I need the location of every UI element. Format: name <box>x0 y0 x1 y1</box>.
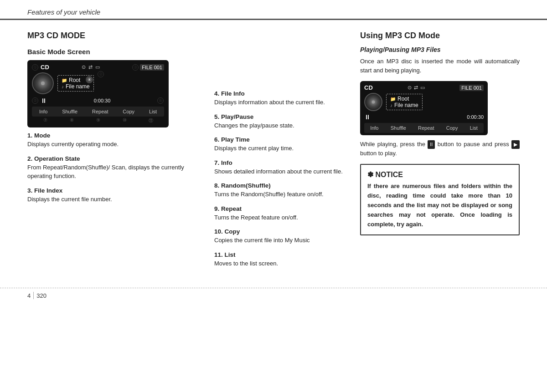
cd-time-sm: 0:00:30 <box>467 114 484 120</box>
mid-title-9: 9. Repeat <box>214 205 346 212</box>
page-header: Features of your vehicle <box>0 0 547 20</box>
mid-desc-5: Changes the play/pause state. <box>214 121 346 130</box>
cd-player-main: ① CD ⊙ ⇄ ▭ ③ FILE 001 📁 <box>27 60 169 127</box>
label-8: ⑧ <box>58 117 85 124</box>
info-title-3: 3. File Index <box>27 187 201 194</box>
cd-file-label-sm: FILE 001 <box>459 85 484 91</box>
mid-item-4: 4. File Info Displays information about … <box>214 90 346 107</box>
cd-main-area-sm: 📁 Root ♪ File name <box>364 93 484 111</box>
cd-icon-sm-1: ⊙ <box>408 85 412 91</box>
mid-desc-8: Turns the Random(Shuffle) feature on/off… <box>214 190 346 199</box>
cd-controls-sm: Info Shuffle Repeat Copy List <box>364 123 484 133</box>
footer-divider <box>33 292 34 299</box>
pause-text-1: While playing, press the <box>360 141 425 148</box>
page-footer: 4 320 <box>0 288 547 303</box>
play-inline-btn: ▶ <box>511 140 520 149</box>
cd-file-line: ♪ File name <box>62 83 90 90</box>
cd-mode-label: CD <box>41 64 49 71</box>
mid-item-10: 10. Copy Copies the current file into My… <box>214 228 346 245</box>
cd-controls: Info Shuffle Repeat Copy List <box>32 107 164 117</box>
mid-desc-9: Turns the Repeat feature on/off. <box>214 213 346 222</box>
note-icon: ♪ <box>62 84 64 89</box>
badge-5: ⑤ <box>32 97 38 104</box>
cd-file-label: FILE 001 <box>140 64 164 71</box>
cd-folder-name: Root <box>69 77 80 83</box>
cd-filename-sm: File name <box>394 102 418 108</box>
mp3-section-title: MP3 CD MODE <box>27 31 201 41</box>
mid-item-7: 7. Info Shows detailed information about… <box>214 159 346 176</box>
cd-folder-name-sm: Root <box>397 96 409 102</box>
main-content: MP3 CD MODE Basic Mode Screen ① CD ⊙ ⇄ ▭… <box>0 31 547 274</box>
mid-desc-4: Displays information about the current f… <box>214 98 346 107</box>
playing-subtitle: Playing/Pausing MP3 Files <box>360 46 520 53</box>
pause-text-3: button to play. <box>360 150 397 157</box>
cd-ctrl-labels: ⑦ ⑧ ⑨ ⑩ ⑪ <box>32 117 164 125</box>
mid-title-6: 6. Play Time <box>214 136 346 143</box>
cd-mode-sm: CD <box>364 84 373 91</box>
info-desc-3: Displays the current file number. <box>27 195 201 204</box>
cd-btn-copy[interactable]: Copy <box>121 108 136 115</box>
cd-btn-shuffle[interactable]: Shuffle <box>60 108 79 115</box>
cd-sm-btn-copy[interactable]: Copy <box>444 124 460 132</box>
cd-btn-repeat[interactable]: Repeat <box>90 108 110 115</box>
using-title: Using MP3 CD Mode <box>360 31 520 41</box>
cd-sm-btn-info[interactable]: Info <box>368 124 380 132</box>
playing-desc: Once an MP3 disc is inserted the mode wi… <box>360 57 520 75</box>
mid-item-8: 8. Random(Shuffle) Turns the Random(Shuf… <box>214 182 346 199</box>
badge-2: ② <box>98 71 104 77</box>
info-desc-2: From Repeat/Random(Shuffle)/ Scan, displ… <box>27 163 201 181</box>
pause-play-text: While playing, press the II button to pa… <box>360 140 520 158</box>
label-9: ⑨ <box>85 117 111 124</box>
mid-info-list: 4. File Info Displays information about … <box>214 90 346 268</box>
cd-pause-sm: ⏸ <box>364 113 371 121</box>
cd-sm-btn-shuffle[interactable]: Shuffle <box>389 124 408 132</box>
cd-icon-sm-3: ▭ <box>420 85 425 91</box>
badge-3: ③ <box>132 64 139 71</box>
cd-pause-icon: ⏸ <box>41 97 47 104</box>
info-item-2: 2. Operation State From Repeat/Random(Sh… <box>27 155 201 181</box>
mid-title-5: 5. Play/Pause <box>214 113 346 120</box>
cd-btn-info[interactable]: Info <box>37 108 49 115</box>
info-item-1: 1. Mode Displays currently operating mod… <box>27 132 201 149</box>
cd-icon-usb: ⇄ <box>88 64 93 70</box>
cd-disc-sm <box>364 93 382 111</box>
cd-sm-btn-repeat[interactable]: Repeat <box>416 124 436 132</box>
mid-title-10: 10. Copy <box>214 228 346 235</box>
left-info-list: 1. Mode Displays currently operating mod… <box>27 132 201 204</box>
mid-desc-7: Shows detailed information about the cur… <box>214 167 346 176</box>
cd-top-bar-sm: CD ⊙ ⇄ ▭ FILE 001 <box>364 84 484 91</box>
note-icon-sm: ♪ <box>390 103 392 108</box>
footer-sub: 320 <box>36 292 46 299</box>
folder-icon-sm: 📁 <box>390 97 396 102</box>
header-title: Features of your vehicle <box>27 8 100 16</box>
cd-playbar: ⑤ ⏸ 0:00:30 ⑥ <box>32 97 164 104</box>
cd-file-line-sm: ♪ File name <box>390 102 418 108</box>
mid-title-8: 8. Random(Shuffle) <box>214 182 346 189</box>
cd-playbar-sm: ⏸ 0:00:30 <box>364 113 484 121</box>
notice-box: ✽ NOTICE If there are numerous files and… <box>360 164 520 235</box>
mid-title-7: 7. Info <box>214 159 346 166</box>
cd-time: 0:00:30 <box>94 98 111 103</box>
mid-item-6: 6. Play Time Displays the current play t… <box>214 136 346 153</box>
label-11: ⑪ <box>138 117 164 124</box>
badge-6: ⑥ <box>157 97 164 104</box>
info-title-1: 1. Mode <box>27 132 201 139</box>
cd-file-name: File name <box>66 83 90 90</box>
cd-info-container: 📁 Root ♪ File name ④ <box>57 75 94 92</box>
cd-player-small: CD ⊙ ⇄ ▭ FILE 001 📁 Root ♪ Fil <box>360 81 488 135</box>
pause-text-2: button to pause and press <box>438 141 509 148</box>
footer-page: 4 <box>27 292 31 299</box>
cd-main-area: 📁 Root ♪ File name ④ ② <box>32 72 164 94</box>
cd-btn-list[interactable]: List <box>147 108 159 115</box>
mid-item-9: 9. Repeat Turns the Repeat feature on/of… <box>214 205 346 222</box>
cd-icon-sm-2: ⇄ <box>414 85 418 91</box>
cd-sm-btn-list[interactable]: List <box>468 124 480 132</box>
info-item-3: 3. File Index Displays the current file … <box>27 187 201 204</box>
mid-desc-11: Moves to the list screen. <box>214 259 346 268</box>
cd-icon-circle: ⊙ <box>82 64 86 70</box>
cd-top-bar: ① CD ⊙ ⇄ ▭ ③ FILE 001 <box>32 64 164 71</box>
cd-status-icons: ⊙ ⇄ ▭ <box>82 64 100 70</box>
cd-icon-battery: ▭ <box>95 64 100 70</box>
basic-mode-subtitle: Basic Mode Screen <box>27 48 201 56</box>
label-10: ⑩ <box>111 117 138 124</box>
